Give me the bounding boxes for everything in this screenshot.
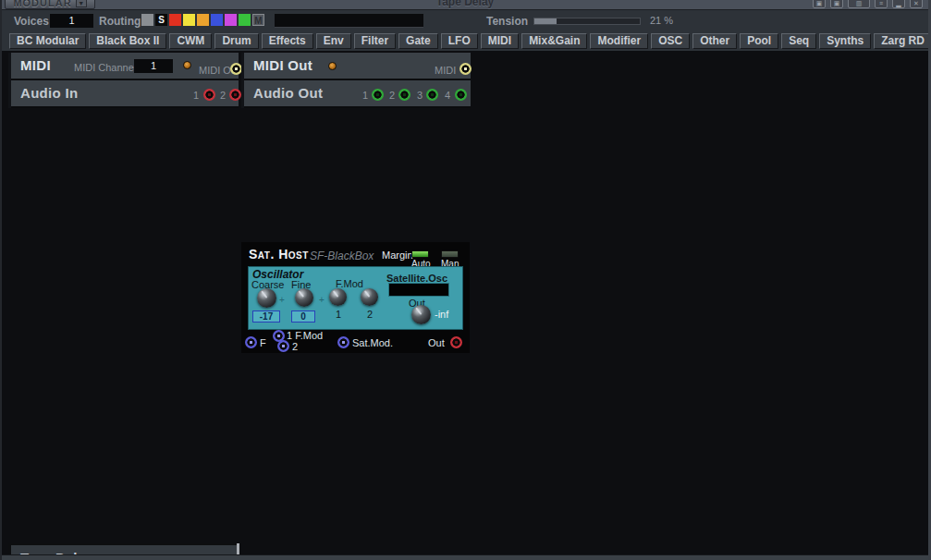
f-input-jack[interactable] <box>245 336 257 348</box>
audio-out-2-label: 2 <box>389 90 395 101</box>
tab-seq[interactable]: Seq <box>781 33 816 49</box>
tab-mix-gain[interactable]: Mix&Gain <box>521 33 587 49</box>
audio-in-jack-2[interactable] <box>229 89 241 101</box>
margin-man-led[interactable] <box>441 250 459 258</box>
audio-in-module[interactable]: Audio In 1 2 <box>11 80 239 108</box>
fmod-2-knob[interactable] <box>361 288 378 306</box>
fmod-label: F.Mod <box>336 278 363 289</box>
audio-in-jack-1[interactable] <box>203 89 215 101</box>
tab-env[interactable]: Env <box>316 33 351 49</box>
coarse-knob[interactable] <box>257 288 276 308</box>
module-category-tabbar: BC Modular Black Box II CWM Drum Effects… <box>2 30 928 51</box>
tab-drum[interactable]: Drum <box>214 33 258 49</box>
out-level-value: -inf <box>435 309 448 320</box>
fine-plus-icon[interactable]: + <box>319 295 325 305</box>
midi-out-module[interactable]: MIDI Out MIDI <box>244 53 471 80</box>
audio-out-4-label: 4 <box>445 90 450 101</box>
audio-out-jack-3[interactable] <box>426 89 438 101</box>
panel-view-icon[interactable]: ▣ <box>830 0 843 8</box>
audio-out-title: Audio Out <box>253 85 323 101</box>
routing-swatch-orange[interactable] <box>197 14 209 26</box>
tension-slider-fill <box>534 18 557 24</box>
routing-swatch-red[interactable] <box>169 14 181 26</box>
tab-midi[interactable]: MIDI <box>481 33 519 49</box>
midi-out-jack-label: MIDI <box>435 65 456 76</box>
tension-slider[interactable] <box>533 18 641 25</box>
toolbar: Voices 1 Routing S M Tension 21 % <box>2 9 928 30</box>
audio-out-jack-4[interactable] <box>455 89 467 101</box>
sat-mod-input-jack[interactable] <box>337 336 349 348</box>
properties-icon[interactable]: ≡ <box>875 0 888 8</box>
routing-swatch-green[interactable] <box>239 14 251 26</box>
audio-in-title: Audio In <box>20 85 78 101</box>
satellite-osc-display[interactable] <box>388 283 449 297</box>
audio-out-1-label: 1 <box>362 90 368 101</box>
fmod-2-input-jack[interactable] <box>277 340 289 352</box>
audio-out-jack-2[interactable] <box>398 89 410 101</box>
midi-out-title: MIDI Out <box>253 57 312 73</box>
routing-label: Routing <box>99 15 141 28</box>
audio-out-module[interactable]: Audio Out 1 2 3 4 <box>244 80 471 108</box>
app-window: MODULAR ▼ Tape Delay ▣ ▣ ▥ ≡ ▂ ✕ Voices … <box>0 0 931 560</box>
fine-value[interactable]: 0 <box>291 310 315 323</box>
solo-swatch[interactable]: S <box>155 14 167 26</box>
routing-swatches: S M <box>141 14 264 26</box>
tab-synths[interactable]: Synths <box>819 33 871 49</box>
fine-knob[interactable] <box>295 288 313 307</box>
tab-filter[interactable]: Filter <box>354 33 396 49</box>
coarse-plus-icon[interactable]: + <box>279 295 285 305</box>
margin-label: Margin <box>382 250 413 261</box>
tab-modifier[interactable]: Modifier <box>590 33 648 49</box>
midi-in-module[interactable]: MIDI MIDI Channel 1 MIDI Out <box>11 53 239 80</box>
tab-osc[interactable]: OSC <box>651 33 690 49</box>
voices-label: Voices <box>14 15 49 28</box>
routing-swatch-gray[interactable] <box>141 14 153 26</box>
tension-label: Tension <box>486 15 528 28</box>
tab-lfo[interactable]: LFO <box>441 33 478 49</box>
midi-out-jack[interactable] <box>459 63 472 75</box>
mute-swatch[interactable]: M <box>252 14 264 26</box>
audio-in-2-label: 2 <box>220 90 226 101</box>
routing-swatch-yellow[interactable] <box>183 14 195 26</box>
fmod-1-knob-label: 1 <box>336 309 341 320</box>
coarse-value[interactable]: -17 <box>252 310 280 323</box>
sat-out-jack[interactable] <box>450 336 462 348</box>
fmod-2-knob-label: 2 <box>367 309 373 320</box>
audio-out-jack-1[interactable] <box>372 89 384 101</box>
midi-in-title: MIDI <box>20 57 51 73</box>
out-level-knob[interactable] <box>411 305 431 324</box>
audio-in-1-label: 1 <box>193 90 199 101</box>
tab-zarg-rd[interactable]: Zarg RD <box>874 33 931 49</box>
structure-canvas[interactable]: MIDI MIDI Channel 1 MIDI Out Audio In 1 … <box>2 51 928 554</box>
midi-audio-out-panel[interactable]: MIDI Out MIDI Audio Out 1 2 3 4 <box>241 53 471 108</box>
routing-swatch-blue[interactable] <box>211 14 223 26</box>
fmod-1-knob[interactable] <box>329 288 347 306</box>
midi-audio-in-panel[interactable]: MIDI MIDI Channel 1 MIDI Out Audio In 1 … <box>8 53 239 108</box>
sat-host-title: Sat. Host <box>249 247 309 262</box>
tab-gate[interactable]: Gate <box>398 33 438 49</box>
midi-channel-input[interactable]: 1 <box>134 59 173 73</box>
midi-channel-label: MIDI Channel <box>74 62 136 73</box>
sat-host-subtitle: SF-BlackBox <box>310 250 374 262</box>
keyboard-view-icon[interactable]: ▥ <box>848 0 870 8</box>
tension-value: 21 % <box>650 15 673 26</box>
margin-auto-led[interactable] <box>411 250 429 258</box>
name-field[interactable] <box>275 14 423 28</box>
routing-swatch-magenta[interactable] <box>225 14 237 26</box>
sat-host-module[interactable]: Sat. Host SF-BlackBox Margin Auto Man Os… <box>241 242 470 353</box>
titlebar-buttons: ▣ ▣ ▥ ≡ ▂ ✕ <box>813 0 923 8</box>
tab-other[interactable]: Other <box>692 33 737 49</box>
tab-cwm[interactable]: CWM <box>169 33 212 49</box>
close-icon[interactable]: ✕ <box>910 0 923 8</box>
tab-bc-modular[interactable]: BC Modular <box>9 33 86 49</box>
structure-view-icon[interactable]: ▣ <box>813 0 826 8</box>
oscillator-panel: Oscillator Coarse Fine + + -17 0 F.Mod 1… <box>248 266 463 330</box>
tab-pool[interactable]: Pool <box>740 33 778 49</box>
midi-activity-led <box>183 61 191 69</box>
voices-input[interactable]: 1 <box>50 14 93 28</box>
bottom-window-edge <box>2 554 928 560</box>
minimize-icon[interactable]: ▂ <box>892 0 905 8</box>
tab-black-box-ii[interactable]: Black Box II <box>89 33 166 49</box>
sat-mod-input-label: Sat.Mod. <box>352 337 393 348</box>
tab-effects[interactable]: Effects <box>262 33 313 49</box>
